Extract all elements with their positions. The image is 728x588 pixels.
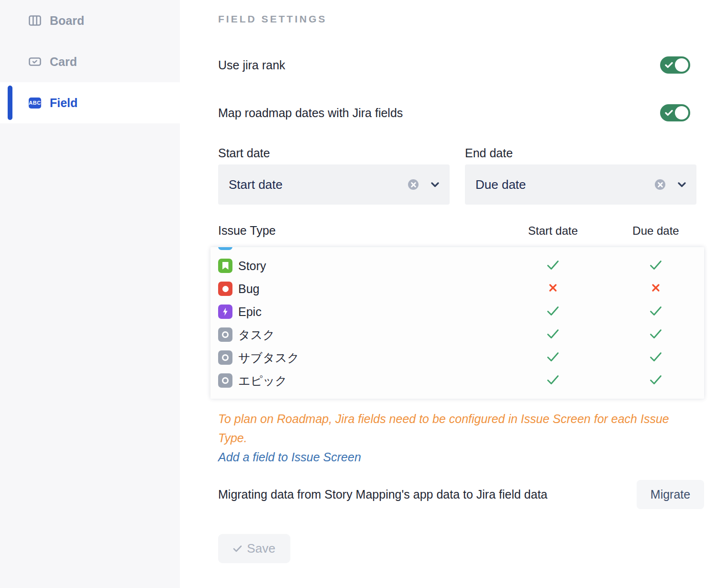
issue-type-name: Bug — [238, 282, 259, 296]
use-jira-rank-toggle[interactable] — [660, 56, 690, 74]
end-date-group: End date Due date — [465, 146, 696, 205]
issue-type-cell: Epic — [218, 305, 505, 319]
clear-icon[interactable] — [655, 179, 665, 190]
table-row: Bug — [218, 277, 696, 300]
issue-type-icon — [218, 327, 232, 342]
page-title: FIELD SETTINGS — [218, 13, 704, 25]
check-icon — [650, 329, 662, 341]
issue-type-cell: サブタスク — [218, 350, 505, 366]
column-start-date: Start date — [505, 224, 601, 238]
table-row: Epic — [218, 300, 696, 323]
use-jira-rank-row: Use jira rank — [218, 56, 696, 74]
check-icon — [547, 375, 559, 387]
clipped-issue-type-icon — [218, 247, 232, 250]
table-row: サブタスク — [218, 346, 696, 369]
check-icon — [650, 375, 662, 387]
check-icon — [547, 260, 559, 272]
roadmap-config-notice: To plan on Roadmap, Jira fields need to … — [218, 409, 701, 447]
due-date-mark-cell — [608, 329, 704, 341]
end-date-select[interactable]: Due date — [465, 164, 696, 205]
migration-label: Migrating data from Story Mapping's app … — [218, 488, 547, 501]
start-date-mark-cell — [505, 260, 601, 272]
issue-rows: Story Bug — [218, 254, 696, 392]
end-date-label: End date — [465, 146, 696, 160]
issue-type-icon — [218, 373, 232, 388]
map-dates-row: Map roadmap dates with Jira fields — [218, 104, 696, 121]
issue-table-header: Issue Type Start date Due date — [218, 224, 696, 238]
start-date-group: Start date Start date — [218, 146, 450, 205]
sidebar-item-label: Board — [50, 14, 84, 28]
table-row: エピック — [218, 369, 696, 392]
issue-type-icon — [218, 305, 232, 319]
date-mapping-selects: Start date Start date End date Due date — [218, 146, 696, 205]
issue-type-cell: エピック — [218, 373, 505, 389]
check-icon — [233, 545, 242, 552]
due-date-mark-cell — [608, 260, 704, 272]
migrate-button[interactable]: Migrate — [637, 480, 704, 509]
issue-type-icon — [218, 259, 232, 273]
sidebar-item-card[interactable]: Card — [0, 41, 180, 82]
start-date-mark-cell — [505, 352, 601, 364]
issue-type-cell: Story — [218, 259, 505, 273]
save-button[interactable]: Save — [218, 534, 290, 563]
check-icon — [650, 352, 662, 364]
issue-type-table[interactable]: Story Bug — [210, 247, 704, 399]
table-row: タスク — [218, 323, 696, 346]
check-icon — [650, 260, 662, 272]
check-icon — [547, 329, 559, 341]
chevron-down-icon — [678, 182, 686, 187]
issue-type-name: サブタスク — [238, 350, 299, 366]
start-date-mark-cell — [505, 375, 601, 387]
issue-type-icon — [218, 282, 232, 296]
sidebar-item-field[interactable]: ABC Field — [0, 82, 180, 123]
sidebar-item-label: Field — [50, 96, 77, 110]
issue-type-name: エピック — [238, 373, 287, 389]
map-dates-label: Map roadmap dates with Jira fields — [218, 106, 403, 120]
column-issue-type: Issue Type — [218, 224, 505, 238]
migration-row: Migrating data from Story Mapping's app … — [218, 480, 704, 509]
end-date-value: Due date — [475, 177, 655, 192]
issue-type-name: タスク — [238, 327, 275, 343]
cross-icon — [549, 283, 557, 294]
cross-icon — [651, 283, 660, 294]
board-columns-icon — [29, 14, 41, 27]
abc-field-icon: ABC — [29, 97, 41, 109]
start-date-value: Start date — [229, 177, 408, 192]
clear-icon[interactable] — [408, 179, 419, 190]
add-field-link[interactable]: Add a field to Issue Screen — [218, 447, 704, 467]
check-icon — [650, 306, 662, 318]
issue-type-name: Epic — [238, 305, 262, 319]
start-date-select[interactable]: Start date — [218, 164, 450, 205]
issue-type-cell: タスク — [218, 327, 505, 343]
due-date-mark-cell — [608, 375, 704, 387]
column-due-date: Due date — [608, 224, 704, 238]
sidebar-item-board[interactable]: Board — [0, 0, 180, 41]
save-button-label: Save — [247, 541, 275, 556]
start-date-mark-cell — [505, 306, 601, 318]
use-jira-rank-label: Use jira rank — [218, 58, 285, 72]
due-date-mark-cell — [608, 306, 704, 318]
settings-sidebar: Board Card ABC Field — [0, 0, 180, 588]
issue-type-cell: Bug — [218, 282, 505, 296]
issue-type-icon — [218, 350, 232, 365]
check-icon — [547, 352, 559, 364]
start-date-label: Start date — [218, 146, 450, 160]
card-check-icon — [29, 55, 41, 68]
due-date-mark-cell — [608, 283, 704, 294]
start-date-mark-cell — [505, 283, 601, 294]
map-dates-toggle[interactable] — [660, 104, 690, 121]
due-date-mark-cell — [608, 352, 704, 364]
app-window: Board Card ABC Field FIELD SETTINGS Use … — [0, 0, 728, 588]
check-icon — [547, 306, 559, 318]
table-row: Story — [218, 254, 696, 277]
chevron-down-icon — [431, 182, 439, 187]
field-settings-panel: FIELD SETTINGS Use jira rank Map roadmap… — [180, 0, 728, 588]
sidebar-item-label: Card — [50, 55, 77, 69]
start-date-mark-cell — [505, 329, 601, 341]
issue-type-name: Story — [238, 259, 266, 273]
